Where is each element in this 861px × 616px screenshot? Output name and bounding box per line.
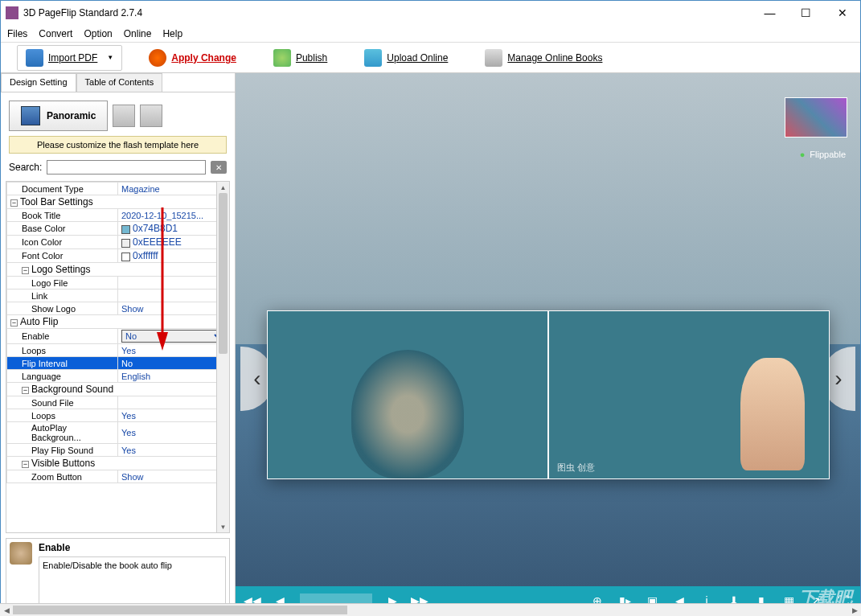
scroll-right-icon[interactable]: ▶ [848,604,861,616]
group-auto-flip[interactable]: −Auto Flip [7,315,229,329]
prop-link[interactable]: Link [7,290,118,302]
dropdown-icon[interactable]: ▼ [107,54,113,61]
pdf-icon [26,49,43,67]
scroll-down-icon[interactable]: ▼ [217,521,229,532]
menu-online[interactable]: Online [124,28,152,39]
menu-help[interactable]: Help [162,28,182,39]
prop-language[interactable]: Language [7,370,118,383]
prop-base-color[interactable]: Base Color [7,222,118,236]
tabs: Design Setting Table of Contents [1,73,235,92]
menu-option[interactable]: Option [84,28,112,39]
description-text: Enable/Disable the book auto flip [39,556,226,605]
prop-flip-interval[interactable]: Flip Interval [7,357,118,370]
customize-hint: Please customize the flash template here [9,136,227,154]
h-scroll-thumb[interactable] [13,606,347,614]
scroll-up-icon[interactable]: ▲ [217,182,229,193]
group-toolbar-settings[interactable]: −Tool Bar Settings [7,195,229,209]
book-left-page [267,310,548,479]
search-input[interactable] [47,160,206,175]
page-thumbnail[interactable] [785,97,847,138]
left-panel: Design Setting Table of Contents Panoram… [1,73,236,615]
panoramic-icon [21,106,40,125]
book-preview[interactable]: 图虫 创意 [267,310,830,479]
description-box: Enable Enable/Disable the book auto flip [6,538,230,610]
property-grid[interactable]: Document TypeMagazine −Tool Bar Settings… [6,181,230,533]
refresh-icon [149,49,166,67]
apply-change-button[interactable]: Apply Change [138,45,247,71]
prop-logo-file[interactable]: Logo File [7,277,118,290]
prop-document-type[interactable]: Document Type [7,183,118,195]
toolbar: Import PDF ▼ Apply Change Publish Upload… [1,43,860,73]
prop-font-color[interactable]: Font Color [7,249,118,263]
upload-online-button[interactable]: Upload Online [354,45,458,71]
books-icon [485,49,502,67]
app-icon [6,6,18,19]
import-template-button[interactable] [140,105,162,127]
menu-convert[interactable]: Convert [39,28,72,39]
flippable-status: Flippable [800,150,846,159]
clear-search-button[interactable]: ✕ [211,161,227,174]
import-pdf-button[interactable]: Import PDF ▼ [17,45,122,71]
scroll-thumb[interactable] [219,193,228,354]
titlebar: 3D PageFlip Standard 2.7.4 — ☐ ✕ [1,1,860,25]
search-row: Search: ✕ [1,160,235,181]
gear-icon [273,49,291,67]
prop-autoplay-bg[interactable]: AutoPlay Backgroun... [7,422,118,444]
prop-loops[interactable]: Loops [7,344,118,357]
props-scrollbar[interactable]: ▲ ▼ [216,182,229,532]
prop-zoom-button[interactable]: Zoom Button [7,470,118,483]
group-visible-buttons[interactable]: −Visible Buttons [7,457,229,470]
close-button[interactable]: ✕ [824,1,860,25]
book-right-page: 图虫 创意 [548,310,830,479]
window-h-scrollbar[interactable]: ◀ ▶ [0,603,861,616]
save-template-button[interactable] [113,105,135,127]
window-title: 3D PageFlip Standard 2.7.4 [23,7,752,18]
prop-loops2[interactable]: Loops [7,409,118,422]
prop-enable[interactable]: Enable [7,329,118,344]
prop-sound-file[interactable]: Sound File [7,396,118,409]
search-label: Search: [9,162,42,173]
prop-play-flip-sound[interactable]: Play Flip Sound [7,444,118,457]
group-logo-settings[interactable]: −Logo Settings [7,263,229,277]
enable-select[interactable]: No [121,330,225,343]
manage-books-button[interactable]: Manage Online Books [474,45,613,71]
description-icon [10,542,32,565]
upload-icon [364,49,382,67]
scroll-left-icon[interactable]: ◀ [0,604,13,616]
minimize-button[interactable]: — [752,1,788,25]
preview-area: Flippable ‹ › 图虫 创意 ◀◀ ◀ ▶ ▶▶ ⊕ ▮▸ ▣ ◀ i [236,73,860,615]
menubar: Files Convert Option Online Help [1,25,860,43]
prop-book-title[interactable]: Book Title [7,209,118,222]
tab-table-of-contents[interactable]: Table of Contents [76,73,163,92]
prop-show-logo[interactable]: Show Logo [7,302,118,315]
group-background-sound[interactable]: −Background Sound [7,383,229,396]
maximize-button[interactable]: ☐ [788,1,824,25]
menu-files[interactable]: Files [7,28,27,39]
prop-icon-color[interactable]: Icon Color [7,236,118,249]
description-title: Enable [39,542,226,553]
panoramic-button[interactable]: Panoramic [9,101,108,131]
publish-button[interactable]: Publish [263,45,338,71]
page-watermark: 图虫 创意 [557,462,595,474]
tab-design-setting[interactable]: Design Setting [1,73,76,92]
